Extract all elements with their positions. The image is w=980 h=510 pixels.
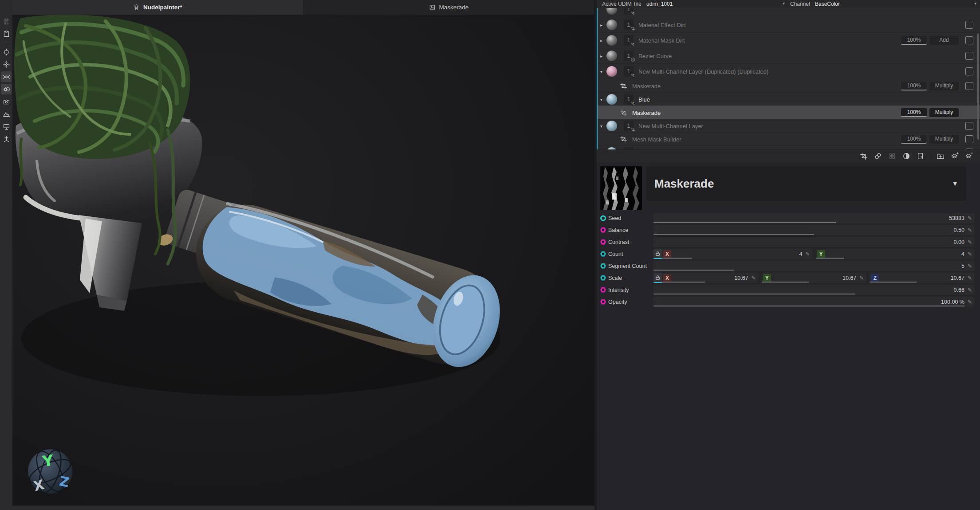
edit-pencil-icon[interactable]: ✎ bbox=[968, 287, 972, 293]
viewport-3d[interactable]: Y X Z bbox=[12, 15, 594, 506]
scatter-spawn-icon[interactable] bbox=[1, 133, 12, 144]
property-value[interactable]: 4 bbox=[799, 251, 802, 257]
mask-title-box[interactable]: Maskerade ▼ bbox=[646, 166, 966, 201]
link-icon[interactable] bbox=[873, 151, 883, 161]
property-slider-field[interactable]: Z10.67✎ bbox=[870, 273, 974, 283]
property-slider-field[interactable]: X10.67✎ bbox=[653, 273, 758, 283]
chevron-right-icon[interactable]: ▸ bbox=[600, 54, 602, 59]
gear-circle-icon[interactable] bbox=[1, 84, 12, 94]
property-label: Opacity bbox=[608, 299, 627, 305]
channel-dropdown[interactable]: BaseColor bbox=[815, 1, 840, 7]
screen-icon[interactable] bbox=[1, 121, 12, 132]
layer-opacity[interactable]: 100% bbox=[901, 82, 927, 90]
property-value[interactable]: 53883 bbox=[949, 215, 964, 221]
property-value[interactable]: 0.50 bbox=[954, 227, 964, 233]
property-slider-field[interactable]: 100.00 %✎ bbox=[653, 297, 974, 307]
property-slider-field[interactable]: X4✎ bbox=[653, 249, 812, 259]
layer-remove-icon[interactable] bbox=[964, 151, 974, 161]
edit-pencil-icon[interactable]: ✎ bbox=[859, 275, 864, 281]
layer-visibility-checkbox[interactable] bbox=[965, 82, 973, 90]
edit-pencil-icon[interactable]: ✎ bbox=[968, 299, 972, 305]
edit-pencil-icon[interactable]: ✎ bbox=[805, 251, 810, 257]
chevron-down-icon[interactable]: ▾ bbox=[600, 97, 602, 102]
property-type-icon bbox=[600, 215, 606, 221]
folder-add-icon[interactable] bbox=[936, 151, 945, 161]
nodes-move-icon[interactable] bbox=[1, 59, 12, 70]
layer-add-icon[interactable] bbox=[950, 151, 960, 161]
tab-maskerade[interactable]: Maskerade bbox=[303, 0, 594, 15]
blend-mode[interactable]: Multiply bbox=[929, 135, 959, 144]
layer-row[interactable]: 1 bbox=[598, 8, 980, 17]
layer-row[interactable]: ▾1Blue bbox=[598, 92, 980, 106]
property-slider-field[interactable]: 0.66✎ bbox=[653, 285, 974, 295]
layer-visibility-checkbox[interactable] bbox=[965, 67, 973, 75]
blend-mode[interactable]: Multiply bbox=[929, 108, 959, 117]
layers-panel[interactable]: 1▸1Material Effect Dirt▸1Material Mask D… bbox=[598, 8, 980, 149]
property-slider-field[interactable]: 0.50✎ bbox=[653, 225, 974, 235]
layer-opacity[interactable]: 100% bbox=[901, 108, 927, 117]
layer-row[interactable]: ▾1New Multi-Channel Layer (Duplicated) (… bbox=[598, 63, 980, 79]
navigation-gizmo[interactable]: Y X Z bbox=[26, 446, 75, 498]
property-slider-field[interactable]: 0.00✎ bbox=[653, 237, 974, 247]
layer-row[interactable]: ▾1New Multi-Channel Layer bbox=[598, 119, 980, 132]
edit-pencil-icon[interactable]: ✎ bbox=[968, 239, 972, 245]
layer-opacity[interactable]: 100% bbox=[901, 36, 927, 45]
chevron-right-icon[interactable]: ▸ bbox=[600, 38, 602, 43]
property-slider-field[interactable]: 5✎ bbox=[653, 261, 974, 271]
edit-pencil-icon[interactable]: ✎ bbox=[968, 251, 972, 257]
edit-pencil-icon[interactable]: ✎ bbox=[968, 275, 972, 281]
chevron-down-icon[interactable]: ▾ bbox=[783, 1, 785, 6]
layer-opacity[interactable]: 100% bbox=[901, 135, 927, 144]
property-value[interactable]: 100.00 % bbox=[941, 299, 964, 305]
layer-visibility-checkbox[interactable] bbox=[965, 36, 973, 44]
edit-pencil-icon[interactable]: ✎ bbox=[752, 275, 756, 281]
chevron-down-icon[interactable]: ▼ bbox=[952, 166, 958, 201]
save-icon[interactable] bbox=[1, 16, 12, 27]
edit-pencil-icon[interactable]: ✎ bbox=[968, 227, 972, 233]
eye-rays-icon[interactable] bbox=[1, 71, 12, 82]
property-value[interactable]: 4 bbox=[961, 251, 964, 257]
property-slider-field[interactable]: Y10.67✎ bbox=[762, 273, 866, 283]
property-value[interactable]: 0.00 bbox=[954, 239, 964, 245]
contrast-icon[interactable] bbox=[901, 151, 911, 161]
book-add-icon[interactable] bbox=[916, 151, 925, 161]
layer-visibility-checkbox[interactable] bbox=[965, 135, 973, 143]
camera-icon[interactable] bbox=[1, 96, 12, 107]
layer-visibility-checkbox[interactable] bbox=[965, 52, 973, 60]
property-value[interactable]: 5 bbox=[961, 263, 964, 269]
edit-pencil-icon[interactable]: ✎ bbox=[968, 263, 972, 269]
property-value[interactable]: 10.67 bbox=[842, 275, 856, 281]
atom-icon[interactable] bbox=[887, 151, 897, 161]
mask-crop-icon[interactable] bbox=[859, 151, 869, 161]
chevron-down-icon[interactable]: ▾ bbox=[600, 123, 602, 128]
mask-layer-row[interactable]: Maskerade100%Multiply bbox=[598, 106, 980, 119]
layer-visibility-checkbox[interactable] bbox=[965, 122, 973, 130]
tab-nudelpainter[interactable]: Nudelpainter* bbox=[12, 0, 303, 15]
layer-visibility-checkbox[interactable] bbox=[965, 21, 973, 29]
layers-scrollbar[interactable] bbox=[977, 33, 979, 140]
layer-row[interactable]: ▸1Material Effect Dirt bbox=[598, 17, 980, 32]
mask-layer-row[interactable]: Maskerade100%Multiply bbox=[598, 79, 980, 92]
layer-row[interactable]: ▸5New Multi-Channel Layer bbox=[598, 145, 980, 149]
chevron-right-icon[interactable]: ▸ bbox=[600, 23, 602, 27]
udim-tile-dropdown[interactable]: udim_1001 bbox=[646, 1, 673, 7]
property-value[interactable]: 10.67 bbox=[951, 275, 964, 281]
property-value[interactable]: 0.66 bbox=[954, 287, 964, 293]
chevron-down-icon[interactable]: ▾ bbox=[974, 1, 976, 6]
mask-layer-row[interactable]: Mesh Mask Builder100%Multiply bbox=[598, 132, 980, 145]
blend-mode[interactable]: Multiply bbox=[929, 82, 959, 90]
target-icon[interactable] bbox=[1, 47, 12, 57]
property-value[interactable]: 10.67 bbox=[734, 275, 748, 281]
lock-icon[interactable] bbox=[653, 273, 662, 283]
chevron-down-icon[interactable]: ▾ bbox=[600, 69, 602, 74]
clipboard-icon[interactable] bbox=[1, 28, 12, 39]
property-slider-field[interactable]: 53883✎ bbox=[653, 213, 974, 223]
lock-icon[interactable] bbox=[653, 249, 662, 259]
blend-mode[interactable]: Add bbox=[929, 36, 959, 45]
property-slider-field[interactable]: Y4✎ bbox=[816, 249, 975, 259]
edit-pencil-icon[interactable]: ✎ bbox=[968, 215, 972, 221]
layer-row[interactable]: ▸1Material Mask Dirt100%Add bbox=[598, 32, 980, 48]
mask-texture-thumbnail[interactable] bbox=[600, 166, 642, 210]
mountain-icon[interactable] bbox=[1, 109, 12, 119]
layer-row[interactable]: ▸1Bezier Curve bbox=[598, 48, 980, 63]
